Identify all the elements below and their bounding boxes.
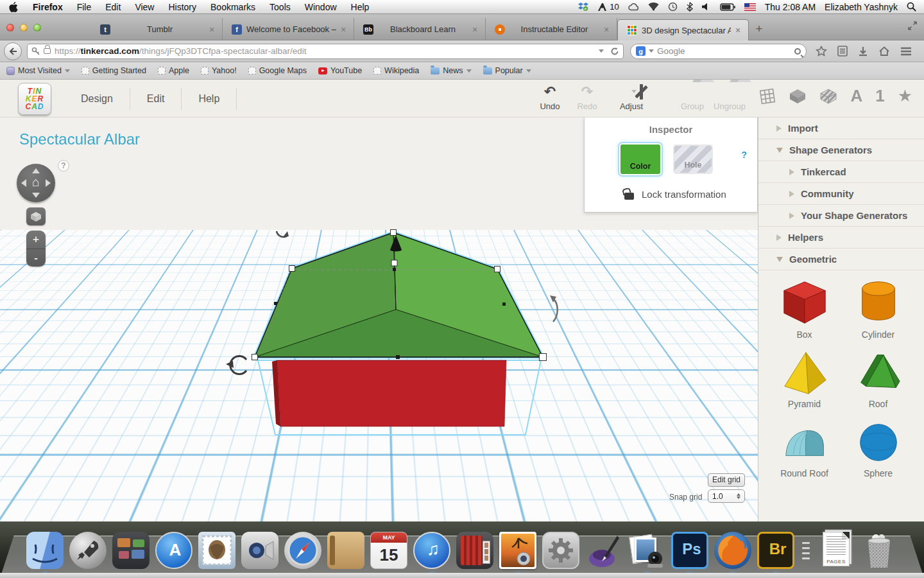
hole-swatch[interactable]: Hole — [673, 144, 713, 174]
edge-midpoint-handle[interactable] — [393, 268, 396, 271]
dock-mission-control-icon[interactable] — [112, 532, 150, 569]
shape-sphere[interactable]: Sphere — [841, 417, 915, 478]
dock-system-preferences-icon[interactable] — [542, 532, 579, 569]
spotlight-icon[interactable] — [907, 2, 916, 12]
bookmark-folder-popular[interactable]: Popular — [483, 66, 531, 75]
input-language-flag-icon[interactable] — [744, 3, 756, 11]
3d-viewport[interactable]: Spectacular Albar ? + - Inspector Color … — [0, 118, 758, 521]
menu-edit[interactable]: Edit — [130, 93, 182, 105]
menubar-view[interactable]: View — [128, 0, 161, 14]
new-tab-button[interactable] — [749, 18, 769, 40]
sidebar-item-import[interactable]: Import — [758, 118, 924, 139]
corner-handle[interactable] — [289, 266, 295, 272]
redo-button[interactable]: Redo — [569, 83, 606, 111]
adobe-status-icon[interactable] — [597, 3, 607, 12]
inspector-help-button[interactable]: ? — [741, 150, 747, 160]
sidebar-item-community[interactable]: Community — [758, 183, 924, 205]
sidebar-item-geometric[interactable]: Geometric — [758, 249, 924, 270]
shape-box[interactable]: Box — [767, 278, 841, 340]
tab-facebook[interactable]: f Welcome to Facebook – L... — [223, 18, 354, 40]
apple-menu-icon[interactable] — [0, 2, 26, 12]
dock-safari-icon[interactable] — [284, 532, 321, 569]
tinkercad-logo[interactable]: TIN KER CAD — [18, 83, 51, 115]
orbit-up-icon[interactable] — [32, 168, 40, 173]
red-box-front-face[interactable] — [277, 360, 506, 426]
battery-icon[interactable] — [720, 3, 735, 11]
edit-grid-button[interactable]: Edit grid — [708, 473, 745, 487]
mid-height-handle[interactable] — [391, 260, 397, 266]
tab-close-icon[interactable] — [472, 24, 480, 35]
text-tool-icon[interactable]: A — [850, 86, 862, 106]
snap-grid-select[interactable]: 1.0 — [708, 489, 745, 503]
home-icon[interactable] — [878, 46, 890, 57]
tab-tinkercad-active[interactable]: 3D design Spectacular Alb... — [617, 19, 749, 40]
dock-itunes-icon[interactable]: ♫ — [413, 532, 450, 569]
rotate-handle-top[interactable] — [277, 231, 289, 237]
bookmark-folder-news[interactable]: News — [431, 66, 471, 75]
menubar-history[interactable]: History — [161, 0, 203, 14]
search-bar[interactable]: g Google — [630, 44, 807, 59]
edge-midpoint-handle[interactable] — [274, 302, 277, 305]
dock-image-capture-icon[interactable] — [628, 532, 665, 569]
bookmark-wikipedia[interactable]: Wikipedia — [373, 66, 419, 75]
rotate-handle-right[interactable] — [550, 295, 558, 322]
search-engine-dropdown-icon[interactable] — [649, 49, 654, 53]
home-view-icon[interactable] — [17, 175, 55, 189]
lock-transformation-toggle[interactable]: Lock transformation — [624, 188, 726, 200]
menubar-file[interactable]: File — [70, 0, 99, 14]
orbit-down-icon[interactable] — [32, 193, 40, 198]
url-dropdown-icon[interactable] — [599, 49, 604, 53]
bookmark-star-icon[interactable] — [816, 46, 827, 57]
menubar-help[interactable]: Help — [344, 0, 377, 14]
downloads-icon[interactable] — [858, 46, 868, 57]
undo-button[interactable]: Undo — [531, 83, 569, 111]
corner-handle[interactable] — [252, 355, 258, 360]
fullscreen-arrows-icon[interactable] — [907, 21, 918, 33]
zoom-window-button[interactable] — [33, 24, 41, 31]
dock-trash-icon[interactable] — [860, 532, 898, 569]
dock-finder-icon[interactable] — [26, 532, 64, 569]
tab-instructables[interactable]: Instructable Editor — [486, 18, 617, 40]
bluetooth-icon[interactable] — [687, 2, 693, 12]
tab-close-icon[interactable] — [735, 25, 743, 35]
edge-midpoint-handle[interactable] — [502, 302, 506, 306]
dock-photoshop-icon[interactable]: Ps — [671, 532, 708, 569]
favorites-star-icon[interactable] — [898, 86, 912, 106]
bookmark-getting-started[interactable]: Getting Started — [81, 66, 146, 75]
solid-box-icon[interactable] — [789, 88, 807, 105]
shape-round-roof[interactable]: Round Roof — [767, 417, 841, 478]
zoom-in-button[interactable]: + — [26, 231, 46, 249]
dock-calendar-icon[interactable]: MAY 15 — [370, 532, 407, 569]
dock-facetime-icon[interactable] — [241, 532, 278, 569]
color-swatch[interactable]: Color — [619, 143, 662, 175]
dock-launchpad-icon[interactable] — [69, 532, 107, 569]
menu-help[interactable]: Help — [182, 93, 236, 105]
stepper-icon[interactable] — [737, 493, 740, 499]
sidebar-item-tinkercad[interactable]: Tinkercad — [758, 161, 924, 183]
help-button[interactable]: ? — [58, 160, 69, 171]
dock-pages-document-icon[interactable]: PAGES — [817, 532, 855, 569]
group-button[interactable]: Group — [674, 83, 711, 111]
corner-handle[interactable] — [391, 230, 397, 236]
wifi-icon[interactable] — [648, 3, 659, 11]
dock-firefox-icon[interactable] — [714, 532, 751, 569]
menu-hamburger-icon[interactable] — [900, 47, 912, 56]
zoom-out-button[interactable]: - — [26, 249, 46, 267]
shape-cylinder[interactable]: Cylinder — [841, 278, 915, 340]
dock-app-store-icon[interactable]: A — [155, 532, 193, 569]
minimize-window-button[interactable] — [20, 24, 28, 31]
close-window-button[interactable] — [6, 24, 14, 31]
time-machine-icon[interactable] — [668, 2, 678, 12]
ungroup-button[interactable]: Ungroup — [711, 83, 748, 111]
tab-close-icon[interactable] — [209, 24, 217, 35]
tab-close-icon[interactable] — [341, 24, 348, 35]
bookmark-apple[interactable]: Apple — [158, 66, 189, 75]
corner-handle[interactable] — [495, 267, 501, 272]
menubar-window[interactable]: Window — [298, 0, 344, 14]
menubar-clock[interactable]: Thu 2:08 AM — [765, 2, 816, 12]
creative-cloud-icon[interactable] — [628, 3, 639, 11]
rotate-handle-left[interactable] — [226, 356, 246, 374]
back-button[interactable] — [4, 42, 22, 60]
corner-handle[interactable] — [540, 354, 547, 361]
bookmark-most-visited[interactable]: Most Visited — [6, 66, 70, 75]
